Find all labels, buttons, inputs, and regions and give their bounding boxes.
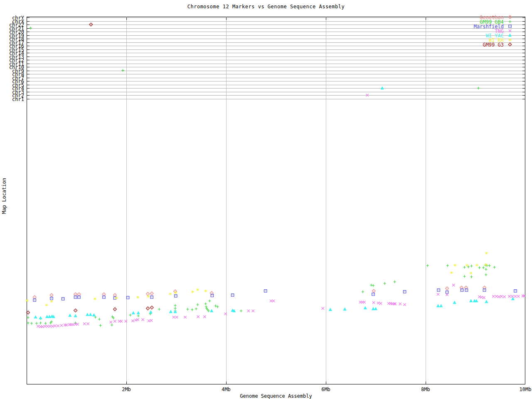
y-tick-right (522, 28, 525, 29)
chromosome-line (27, 53, 525, 53)
y-tick-left (27, 64, 30, 64)
y-tick-right (522, 53, 525, 53)
y-tick-right (522, 85, 525, 85)
y-tick-left (27, 71, 30, 71)
y-tick-right (522, 74, 525, 74)
y-tick-left (27, 21, 30, 22)
chromosome-line (27, 57, 525, 57)
y-tick-right (522, 21, 525, 22)
y-tick-left (27, 35, 30, 36)
y-tick-right (522, 95, 525, 96)
y-tick-right (522, 42, 525, 43)
chromosome-line (27, 99, 525, 99)
legend-label-gm99g3: GM99 G3 (357, 42, 504, 47)
y-tick-left (27, 46, 30, 46)
y-tick-right (522, 71, 525, 71)
y-tick-right (522, 49, 525, 50)
y-tick-right (522, 67, 525, 67)
y-tick-left (27, 57, 30, 57)
chromosome-line (27, 88, 525, 89)
y-tick-left (27, 42, 30, 43)
y-tick-right (522, 92, 525, 92)
y-tick-right (522, 46, 525, 46)
x-axis-label: Genome Sequence Assembly (27, 393, 525, 399)
y-tick-right (522, 25, 525, 25)
y-tick-left (27, 78, 30, 78)
y-tick-left (27, 32, 30, 32)
y-tick-left (27, 25, 30, 25)
y-tick-right (522, 35, 525, 36)
chromosome-line (27, 49, 525, 50)
y-tick-right (522, 39, 525, 39)
chromosome-line (27, 78, 525, 78)
y-tick-right (522, 78, 525, 78)
x-gridline (326, 17, 326, 384)
x-gridline (426, 17, 426, 384)
x-tick-label: 6Mb (317, 387, 335, 392)
y-tick-right (522, 57, 525, 57)
chromosome-line (27, 64, 525, 64)
y-tick-label-chr1: chr1 (0, 97, 24, 102)
x-gridline (126, 17, 127, 384)
y-tick-left (27, 67, 30, 67)
chromosome-line (27, 92, 525, 92)
y-tick-left (27, 28, 30, 29)
y-tick-left (27, 95, 30, 96)
plot-frame (27, 17, 525, 384)
x-gridline (226, 17, 227, 384)
chart-title: Chromosome 12 Markers vs Genome Sequence… (0, 4, 532, 10)
y-tick-right (522, 99, 525, 99)
chart-canvas: Chromosome 12 Markers vs Genome Sequence… (0, 0, 532, 399)
y-tick-left (27, 99, 30, 99)
x-tick-bottom (426, 382, 426, 384)
y-tick-right (522, 17, 525, 18)
y-tick-right (522, 32, 525, 32)
y-tick-left (27, 60, 30, 60)
y-tick-right (522, 60, 525, 60)
y-axis-label: Map Location (1, 178, 7, 214)
y-tick-right (522, 64, 525, 64)
y-tick-left (27, 92, 30, 92)
chromosome-line (27, 95, 525, 96)
y-tick-right (522, 88, 525, 89)
y-tick-left (27, 88, 30, 89)
y-tick-left (27, 74, 30, 74)
x-tick-label: 4Mb (217, 387, 235, 392)
x-tick-bottom (226, 382, 227, 384)
y-tick-left (27, 39, 30, 39)
x-tick-label: 8Mb (416, 387, 435, 392)
y-tick-left (27, 53, 30, 53)
chromosome-line (27, 71, 525, 71)
chromosome-line (27, 67, 525, 67)
x-tick-bottom (326, 382, 326, 384)
y-tick-left (27, 85, 30, 85)
y-tick-left (27, 81, 30, 81)
y-tick-left (27, 17, 30, 18)
chromosome-line (27, 81, 525, 81)
x-tick-label: 10Mb (516, 387, 532, 392)
x-tick-bottom (126, 382, 127, 384)
chromosome-line (27, 85, 525, 85)
y-tick-left (27, 49, 30, 50)
chromosome-line (27, 74, 525, 74)
y-tick-right (522, 81, 525, 81)
chromosome-line (27, 60, 525, 60)
x-tick-label: 2Mb (117, 387, 135, 392)
